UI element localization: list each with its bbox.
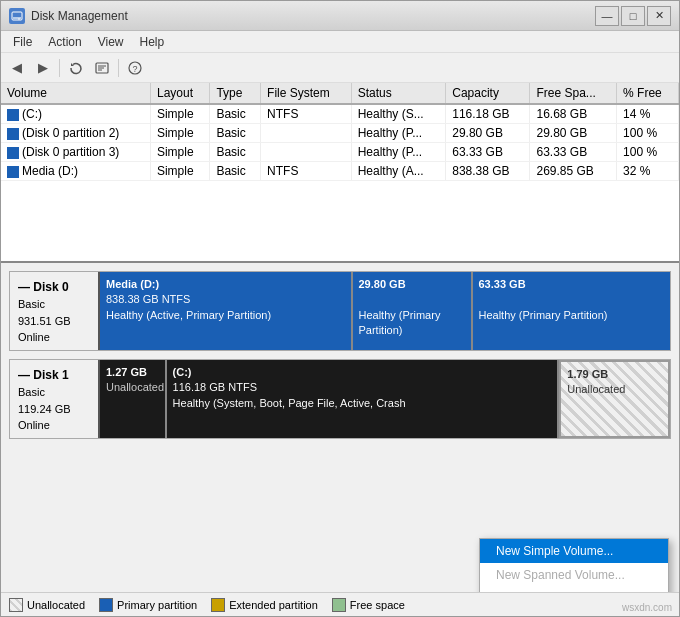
col-status[interactable]: Status [351,83,446,104]
legend-free-icon [332,598,346,612]
menu-file[interactable]: File [5,33,40,51]
legend-free: Free space [332,598,405,612]
legend-primary-label: Primary partition [117,599,197,611]
ctx-new-striped: New Striped Volume... [480,587,668,592]
properties-button[interactable] [90,56,114,80]
table-row[interactable]: (Disk 0 partition 3) Simple Basic Health… [1,143,679,162]
disk-0-partitions: Media (D:) 838.38 GB NTFS Healthy (Activ… [100,272,670,350]
svg-rect-1 [13,17,21,19]
disk-1-partition-3[interactable]: 1.79 GB Unallocated [559,360,670,438]
legend-extended-icon [211,598,225,612]
maximize-button[interactable]: □ [621,6,645,26]
col-layout[interactable]: Layout [150,83,209,104]
disk-management-window: Disk Management — □ ✕ File Action View H… [0,0,680,617]
minimize-button[interactable]: — [595,6,619,26]
window-controls: — □ ✕ [595,6,671,26]
main-content: Volume Layout Type File System Status Ca… [1,83,679,592]
legend-primary-icon [99,598,113,612]
toolbar: ◀ ▶ ? [1,53,679,83]
svg-text:?: ? [132,64,137,74]
legend-unallocated-icon [9,598,23,612]
col-free[interactable]: Free Spa... [530,83,617,104]
legend-primary: Primary partition [99,598,197,612]
disk-0-row: — Disk 0 Basic 931.51 GB Online Media (D… [9,271,671,351]
col-volume[interactable]: Volume [1,83,150,104]
volume-table: Volume Layout Type File System Status Ca… [1,83,679,181]
disk-1-row: — Disk 1 Basic 119.24 GB Online 1.27 GB … [9,359,671,439]
close-button[interactable]: ✕ [647,6,671,26]
refresh-button[interactable] [64,56,88,80]
disk-1-partitions: 1.27 GB Unallocated (C:) 116.18 GB NTFS … [100,360,670,438]
forward-button[interactable]: ▶ [31,56,55,80]
disk-0-partition-2[interactable]: 29.80 GB Healthy (Primary Partition) [353,272,473,350]
watermark: wsxdn.com [622,602,672,613]
title-bar: Disk Management — □ ✕ [1,1,679,31]
svg-point-2 [18,18,20,20]
col-capacity[interactable]: Capacity [446,83,530,104]
window-title: Disk Management [31,9,595,23]
ctx-new-simple[interactable]: New Simple Volume... [480,539,668,563]
disk-0-label: — Disk 0 Basic 931.51 GB Online [10,272,100,350]
menu-action[interactable]: Action [40,33,89,51]
menu-help[interactable]: Help [132,33,173,51]
app-icon [9,8,25,24]
legend-free-label: Free space [350,599,405,611]
disk-1-partition-2[interactable]: (C:) 116.18 GB NTFS Healthy (System, Boo… [167,360,560,438]
disk-1-label: — Disk 1 Basic 119.24 GB Online [10,360,100,438]
ctx-new-spanned: New Spanned Volume... [480,563,668,587]
back-button[interactable]: ◀ [5,56,29,80]
legend-extended-label: Extended partition [229,599,318,611]
col-pct[interactable]: % Free [617,83,679,104]
disk-0-partition-1[interactable]: Media (D:) 838.38 GB NTFS Healthy (Activ… [100,272,353,350]
col-filesystem[interactable]: File System [261,83,352,104]
disk-visual-section: — Disk 0 Basic 931.51 GB Online Media (D… [1,263,679,592]
toolbar-separator-2 [118,59,119,77]
help-button[interactable]: ? [123,56,147,80]
col-type[interactable]: Type [210,83,261,104]
legend-unallocated-label: Unallocated [27,599,85,611]
table-row[interactable]: (Disk 0 partition 2) Simple Basic Health… [1,124,679,143]
legend-bar: Unallocated Primary partition Extended p… [1,592,679,616]
table-row[interactable]: (C:) Simple Basic NTFS Healthy (S... 116… [1,104,679,124]
disk-1-partition-1[interactable]: 1.27 GB Unallocated [100,360,167,438]
menu-bar: File Action View Help [1,31,679,53]
disk-0-partition-3[interactable]: 63.33 GB Healthy (Primary Partition) [473,272,671,350]
legend-extended: Extended partition [211,598,318,612]
volume-table-section: Volume Layout Type File System Status Ca… [1,83,679,263]
legend-unallocated: Unallocated [9,598,85,612]
menu-view[interactable]: View [90,33,132,51]
context-menu: New Simple Volume... New Spanned Volume.… [479,538,669,592]
table-row[interactable]: Media (D:) Simple Basic NTFS Healthy (A.… [1,162,679,181]
toolbar-separator-1 [59,59,60,77]
